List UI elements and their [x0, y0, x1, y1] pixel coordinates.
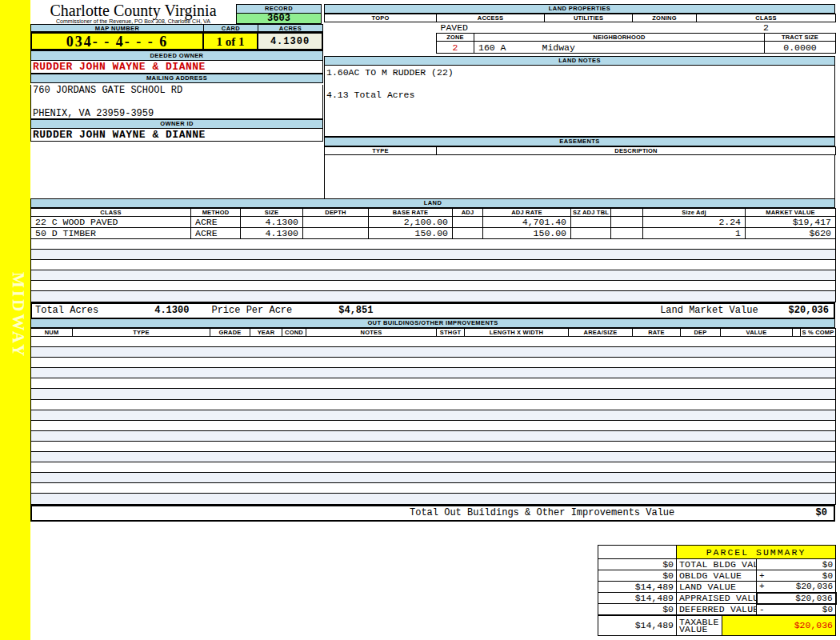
empty-row — [31, 378, 836, 389]
row-value-cell: $20,036 — [757, 593, 836, 604]
neighborhood-label: NEIGHBORHOOD — [474, 34, 765, 42]
cell-market-value: $620 — [746, 228, 836, 239]
empty-row — [31, 420, 836, 430]
taxable-row: $14,489 TAXABLE VALUE $20,036 — [598, 615, 836, 635]
col-method: METHOD — [191, 209, 241, 217]
col-area-size: AREA/SIZE — [569, 329, 633, 337]
neighborhood-code: 160 A — [478, 42, 506, 53]
mailing-address: 760 JORDANS GATE SCHOOL RD PHENIX, VA 23… — [30, 85, 323, 119]
mailing-address-label: MAILING ADDRESS — [30, 74, 323, 83]
tract-size-label: TRACT SIZE — [765, 34, 836, 42]
cell-base-rate: 150.00 — [369, 228, 453, 239]
col-notes: NOTES — [306, 329, 437, 337]
commissioner-line: Commissioner of the Revenue, PO Box 308,… — [30, 18, 236, 24]
address-line-2: PHENIX, VA 23959-3959 — [33, 108, 322, 119]
empty-row — [31, 462, 836, 473]
empty-row — [31, 291, 836, 302]
neighborhood-value: 160 AMidway — [474, 42, 765, 54]
empty-row — [31, 270, 836, 281]
zoning-value — [633, 22, 697, 34]
side-strip: MIDWAY — [0, 0, 30, 640]
col-cond: COND — [282, 329, 306, 337]
cell-method: ACRE — [191, 217, 241, 228]
cell-depth — [303, 217, 369, 228]
easements-title: EASEMENTS — [324, 137, 835, 146]
empty-row — [31, 239, 836, 250]
col-utilities: UTILITIES — [545, 14, 633, 22]
total-acres-value: 4.1300 — [154, 305, 189, 316]
out-buildings-title: OUT BUILDINGS/OTHER IMPROVEMENTS — [30, 318, 835, 328]
topo-value — [325, 22, 437, 34]
cell-market-value: $19,417 — [746, 217, 836, 228]
zone-label: ZONE — [437, 34, 474, 42]
prior-value: $0 — [598, 570, 677, 582]
deeded-owner-name: RUDDER JOHN WAYNE & DIANNE — [30, 61, 323, 74]
land-row: 22 C WOOD PAVED ACRE 4.1300 2,100.00 4,7… — [31, 217, 836, 228]
parcel-header-spacer — [598, 546, 677, 559]
neighborhood-watermark: MIDWAY — [4, 272, 28, 384]
value: $0 — [822, 605, 833, 614]
col-length-width: LENGTH X WIDTH — [465, 329, 569, 337]
col-base-rate: BASE RATE — [369, 209, 453, 217]
map-number-label: MAP NUMBER — [30, 24, 204, 32]
easement-description-label: DESCRIPTION — [437, 147, 836, 155]
map-number-value: 034- - 4- - - 6 — [30, 32, 204, 50]
address-line-1: 760 JORDANS GATE SCHOOL RD — [33, 85, 322, 96]
price-per-acre-value: $4,851 — [338, 305, 373, 316]
op: + — [759, 582, 765, 591]
col-spacer — [611, 209, 643, 217]
col-s-comp: S % COMP — [801, 329, 836, 337]
parcel-summary-table: PARCEL SUMMARY $0 TOTAL BLDG VALUE $0 $0… — [598, 545, 837, 636]
out-buildings-empty-rows — [31, 337, 836, 505]
prior-value: $0 — [598, 604, 677, 616]
easement-type-label: TYPE — [325, 147, 437, 155]
cell-adj-rate: 150.00 — [483, 228, 571, 239]
value: $20,036 — [795, 594, 832, 603]
cell-adj — [453, 217, 483, 228]
col-rate: RATE — [633, 329, 681, 337]
empty-row — [31, 389, 836, 399]
land-empty-rows — [31, 239, 836, 302]
property-record-card: MIDWAY Charlotte County Virginia Commiss… — [0, 0, 840, 640]
value: $0 — [822, 560, 833, 570]
col-grade: GRADE — [210, 329, 250, 337]
taxable-prior-value: $14,489 — [598, 615, 677, 635]
cell-spacer — [611, 228, 643, 239]
county-header: Charlotte County Virginia Commissioner o… — [30, 0, 236, 24]
cell-class: 22 C WOOD PAVED — [31, 217, 191, 228]
col-value: VALUE — [721, 329, 793, 337]
owner-id-label: OWNER ID — [30, 119, 323, 129]
out-buildings-table: NUM TYPE GRADE YEAR COND NOTES STHGT LEN… — [30, 328, 836, 505]
row-value-cell: -$0 — [757, 604, 836, 616]
cell-base-rate: 2,100.00 — [369, 217, 453, 228]
value: $20,036 — [796, 582, 833, 591]
record-box: RECORD 3603 — [236, 4, 322, 24]
cell-adj — [453, 228, 483, 239]
parcel-summary-title: PARCEL SUMMARY — [677, 546, 836, 559]
empty-row — [31, 430, 836, 441]
empty-row — [31, 368, 836, 378]
land-properties-title: LAND PROPERTIES — [324, 4, 835, 14]
owner-panel: Charlotte County Virginia Commissioner o… — [30, 0, 323, 142]
prior-value: $14,489 — [598, 593, 677, 604]
land-note-line-1: 1.60AC TO M RUDDER (22) — [326, 67, 834, 78]
parcel-summary-header: PARCEL SUMMARY — [598, 546, 836, 559]
card-label: CARD — [204, 24, 258, 32]
row-value-cell: +$0 — [757, 570, 836, 582]
parcel-summary: PARCEL SUMMARY $0 TOTAL BLDG VALUE $0 $0… — [598, 545, 835, 636]
cell-depth — [303, 228, 369, 239]
out-buildings-section: OUT BUILDINGS/OTHER IMPROVEMENTS NUM TYP… — [30, 318, 835, 522]
col-size-adj: Size Adj — [643, 209, 746, 217]
taxable-value: $20,036 — [722, 615, 836, 635]
prior-value: $0 — [598, 559, 677, 570]
empty-row — [31, 358, 836, 368]
col-adj-rate: ADJ RATE — [483, 209, 571, 217]
empty-row — [31, 337, 836, 347]
land-properties-panel: LAND PROPERTIES TOPO ACCESS UTILITIES ZO… — [324, 4, 835, 199]
cell-sz-adj-tbl — [571, 228, 611, 239]
col-sz-adj-tbl: SZ ADJ TBL — [571, 209, 611, 217]
card-value: 1 of 1 — [204, 32, 258, 50]
col-topo: TOPO — [325, 14, 437, 22]
out-buildings-total-value: $0 — [816, 507, 827, 518]
col-class: CLASS — [697, 14, 836, 22]
